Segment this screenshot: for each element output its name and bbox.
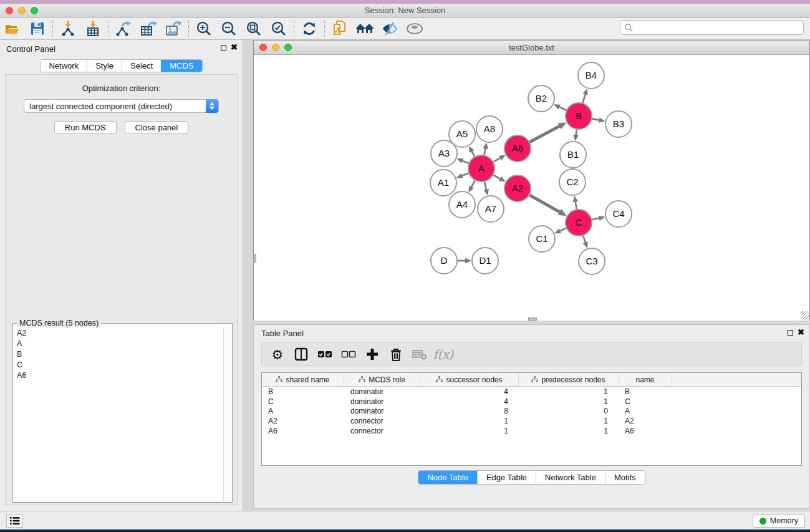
save-session-button[interactable]: [25, 19, 50, 38]
column-header-shared-name[interactable]: shared name: [262, 373, 344, 386]
column-header-successor-nodes[interactable]: successor nodes: [420, 373, 519, 386]
zoom-out-button[interactable]: [216, 19, 241, 38]
graph-node-D[interactable]: D: [431, 248, 457, 274]
graph-node-A1[interactable]: A1: [430, 170, 456, 196]
task-history-button[interactable]: [6, 514, 23, 528]
graph-edge-A-A7[interactable]: [484, 181, 489, 195]
tab-edge-table[interactable]: Edge Table: [477, 471, 536, 484]
delete-table-button[interactable]: [409, 345, 430, 364]
cell[interactable]: 1: [420, 426, 519, 436]
column-header-MCDS-role[interactable]: MCDS role: [344, 373, 420, 386]
mcds-result-item[interactable]: B: [14, 349, 223, 359]
float-table-panel-icon[interactable]: [788, 330, 793, 336]
mcds-result-item[interactable]: A2: [14, 327, 223, 338]
network-vertical-scrollbar[interactable]: [253, 254, 256, 263]
export-table-button[interactable]: [136, 19, 161, 38]
column-header-name[interactable]: name: [619, 373, 672, 386]
delete-column-button[interactable]: [385, 345, 407, 364]
tab-mcds[interactable]: MCDS: [161, 60, 201, 72]
graph-edge-A-A6[interactable]: [493, 155, 505, 162]
run-mcds-button[interactable]: Run MCDS: [54, 121, 117, 134]
cell[interactable]: C: [619, 397, 672, 407]
cell[interactable]: B: [619, 387, 672, 397]
cell[interactable]: 1: [519, 426, 619, 436]
graph-node-A4[interactable]: A4: [449, 191, 475, 218]
float-panel-icon[interactable]: [221, 45, 226, 51]
close-table-panel-icon[interactable]: ✖: [798, 329, 804, 336]
tab-network-table[interactable]: Network Table: [536, 471, 605, 484]
graph-node-B[interactable]: B: [566, 103, 592, 129]
table-row[interactable]: A6connector11A6: [262, 426, 801, 436]
cell[interactable]: 4: [420, 387, 519, 397]
cell[interactable]: A6: [619, 426, 672, 436]
cell[interactable]: A2: [262, 416, 344, 426]
tab-network[interactable]: Network: [41, 60, 87, 72]
graph-node-A5[interactable]: A5: [449, 121, 475, 147]
select-all-columns-button[interactable]: [314, 345, 335, 364]
memory-button[interactable]: Memory: [753, 514, 805, 528]
close-panel-button[interactable]: Close panel: [125, 121, 189, 134]
function-builder-button[interactable]: f(x): [433, 345, 454, 364]
cell[interactable]: connector: [344, 416, 420, 426]
show-details-button[interactable]: [402, 19, 427, 38]
graph-edge-A-A3[interactable]: [456, 158, 468, 163]
graph-node-B2[interactable]: B2: [528, 85, 554, 112]
graph-node-A2[interactable]: A2: [504, 175, 531, 201]
column-header-predecessor-nodes[interactable]: predecessor nodes: [519, 373, 619, 386]
cell[interactable]: 1: [519, 387, 619, 397]
criterion-select[interactable]: largest connected component (directed): [24, 99, 219, 113]
graph-edge-C-C3[interactable]: [583, 236, 588, 248]
graph-node-A7[interactable]: A7: [478, 196, 504, 222]
cell[interactable]: 4: [420, 397, 519, 407]
import-network-button[interactable]: [55, 19, 80, 38]
graph-node-A[interactable]: A: [468, 155, 494, 181]
table-row[interactable]: A2connector11A2: [262, 416, 801, 426]
tab-select[interactable]: Select: [122, 60, 161, 72]
add-column-button[interactable]: [362, 345, 383, 364]
zoom-fit-button[interactable]: [241, 19, 266, 38]
cell[interactable]: 1: [519, 397, 619, 407]
graph-edge-B-B3[interactable]: [592, 117, 605, 122]
graph-edge-A-A5[interactable]: [469, 146, 475, 157]
graph-edge-C-C4[interactable]: [592, 216, 605, 221]
graph-edge-A-A1[interactable]: [456, 173, 469, 178]
graph-node-B3[interactable]: B3: [605, 111, 632, 137]
graph-node-B1[interactable]: B1: [560, 142, 586, 168]
export-image-button[interactable]: [161, 19, 186, 38]
graph-edge-A-A2[interactable]: [493, 175, 505, 182]
table-row[interactable]: Cdominator41C: [262, 397, 801, 407]
home-layout-button[interactable]: [352, 19, 377, 38]
refresh-button[interactable]: [297, 19, 322, 38]
table-row[interactable]: Adominator80A: [262, 406, 801, 416]
open-file-button[interactable]: [0, 19, 25, 38]
tab-motifs[interactable]: Motifs: [605, 471, 645, 484]
cell[interactable]: dominator: [344, 406, 420, 416]
cell[interactable]: dominator: [344, 397, 420, 407]
cell[interactable]: [672, 426, 801, 436]
network-from-file-button[interactable]: [327, 19, 352, 38]
cell[interactable]: dominator: [344, 387, 420, 397]
graph-edge-B-B1[interactable]: [573, 130, 578, 141]
graph-edge-A-A8[interactable]: [483, 143, 488, 155]
graph-edge-A-A4[interactable]: [468, 180, 475, 192]
cell[interactable]: A6: [262, 426, 344, 436]
graph-edge-A6-B[interactable]: [529, 122, 566, 142]
graph-node-C2[interactable]: C2: [559, 169, 586, 195]
cell[interactable]: A: [619, 406, 672, 416]
graph-edge-C-C2[interactable]: [573, 196, 578, 210]
hide-details-button[interactable]: [377, 19, 402, 38]
tab-style[interactable]: Style: [87, 60, 122, 72]
table-settings-button[interactable]: ⚙: [267, 345, 288, 364]
cell[interactable]: connector: [344, 426, 420, 436]
close-panel-icon[interactable]: ✖: [231, 44, 238, 51]
graph-edge-A2-C[interactable]: [529, 195, 567, 216]
mcds-result-list[interactable]: A2ABCA6: [14, 327, 223, 501]
graph-node-C[interactable]: C: [566, 210, 592, 236]
import-table-button[interactable]: [80, 19, 105, 38]
mcds-result-item[interactable]: A6: [14, 370, 223, 380]
graph-node-A8[interactable]: A8: [476, 116, 503, 142]
network-horizontal-scrollbar[interactable]: [528, 317, 537, 321]
cell[interactable]: [672, 397, 801, 407]
graph-node-C3[interactable]: C3: [579, 248, 605, 274]
graph-edge-D-D1[interactable]: [458, 258, 471, 264]
